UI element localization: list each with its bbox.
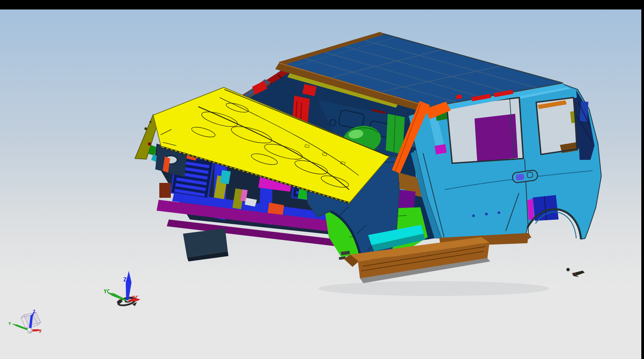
abs-y-label: Y — [8, 321, 11, 326]
wcs-y-label: YC — [104, 289, 110, 295]
top-frame-bar — [0, 0, 644, 9]
maroon-corner — [159, 183, 171, 198]
debris-dot[interactable] — [566, 268, 570, 271]
graphics-viewport[interactable]: ZC YC XC Z Y X — [0, 0, 644, 359]
wcs-z-label: ZC — [123, 277, 129, 283]
ground-shadow — [319, 281, 549, 296]
apron-hole-1 — [144, 127, 147, 130]
right-frame-bar — [641, 0, 644, 359]
abs-x-label: X — [39, 329, 42, 334]
abs-z-label: Z — [33, 309, 35, 314]
pillar-magenta-patch — [435, 144, 447, 154]
wcs-x-label: XC — [132, 295, 138, 301]
apron-hole-2 — [149, 121, 152, 123]
application-window: ZC YC XC Z Y X — [0, 0, 644, 359]
csys-origin-sphere — [27, 328, 33, 333]
handle-latch-blue — [516, 174, 524, 181]
d-pillar-blue-patch — [580, 101, 588, 121]
debris-red-dot — [575, 273, 576, 274]
